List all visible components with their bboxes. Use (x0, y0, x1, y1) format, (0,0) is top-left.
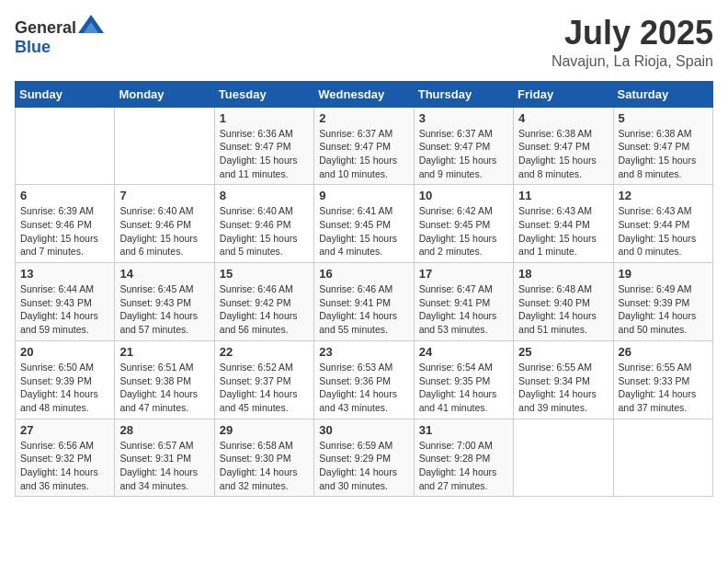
calendar-cell: 17Sunrise: 6:47 AM Sunset: 9:41 PM Dayli… (414, 263, 513, 341)
day-number: 23 (319, 345, 408, 359)
day-info: Sunrise: 6:46 AM Sunset: 9:42 PM Dayligh… (220, 282, 309, 337)
logo-icon (78, 15, 104, 33)
calendar-col-tuesday: Tuesday (214, 81, 313, 107)
day-number: 13 (20, 267, 109, 281)
day-info: Sunrise: 6:36 AM Sunset: 9:47 PM Dayligh… (220, 127, 309, 181)
day-info: Sunrise: 6:38 AM Sunset: 9:47 PM Dayligh… (518, 127, 608, 181)
day-info: Sunrise: 6:50 AM Sunset: 9:39 PM Dayligh… (20, 361, 109, 415)
calendar-cell: 10Sunrise: 6:42 AM Sunset: 9:45 PM Dayli… (414, 185, 513, 263)
day-info: Sunrise: 6:55 AM Sunset: 9:33 PM Dayligh… (619, 361, 708, 415)
day-info: Sunrise: 6:53 AM Sunset: 9:36 PM Dayligh… (319, 361, 408, 415)
calendar-header-row: SundayMondayTuesdayWednesdayThursdayFrid… (16, 81, 713, 107)
calendar-cell: 29Sunrise: 6:58 AM Sunset: 9:30 PM Dayli… (214, 419, 313, 497)
day-info: Sunrise: 6:58 AM Sunset: 9:30 PM Dayligh… (220, 439, 309, 493)
calendar-cell: 7Sunrise: 6:40 AM Sunset: 9:46 PM Daylig… (115, 185, 214, 263)
day-number: 14 (119, 267, 209, 281)
day-info: Sunrise: 6:43 AM Sunset: 9:44 PM Dayligh… (619, 204, 708, 259)
day-number: 9 (319, 189, 408, 202)
day-number: 6 (20, 189, 109, 202)
day-number: 29 (220, 423, 309, 437)
day-number: 28 (119, 423, 209, 437)
calendar-cell: 24Sunrise: 6:54 AM Sunset: 9:35 PM Dayli… (414, 340, 513, 419)
day-info: Sunrise: 6:40 AM Sunset: 9:46 PM Dayligh… (119, 204, 209, 259)
calendar-cell (514, 419, 613, 497)
calendar-cell: 13Sunrise: 6:44 AM Sunset: 9:43 PM Dayli… (16, 263, 115, 341)
day-info: Sunrise: 6:39 AM Sunset: 9:46 PM Dayligh… (20, 204, 109, 259)
calendar-cell: 9Sunrise: 6:41 AM Sunset: 9:45 PM Daylig… (314, 185, 414, 263)
day-info: Sunrise: 6:47 AM Sunset: 9:41 PM Dayligh… (419, 282, 508, 337)
day-info: Sunrise: 6:48 AM Sunset: 9:40 PM Dayligh… (518, 282, 608, 337)
day-info: Sunrise: 6:37 AM Sunset: 9:47 PM Dayligh… (319, 127, 408, 181)
day-number: 5 (619, 111, 708, 125)
title-block: July 2025 Navajun, La Rioja, Spain (552, 15, 713, 70)
calendar-cell (16, 107, 115, 185)
calendar-cell: 6Sunrise: 6:39 AM Sunset: 9:46 PM Daylig… (16, 185, 115, 263)
day-number: 12 (619, 189, 708, 202)
calendar-cell: 8Sunrise: 6:40 AM Sunset: 9:46 PM Daylig… (214, 185, 313, 263)
day-number: 27 (20, 423, 109, 437)
calendar-cell: 14Sunrise: 6:45 AM Sunset: 9:43 PM Dayli… (115, 263, 214, 341)
day-number: 8 (220, 189, 309, 202)
calendar-cell: 20Sunrise: 6:50 AM Sunset: 9:39 PM Dayli… (16, 340, 115, 419)
logo-text: General Blue (15, 15, 104, 57)
calendar-cell: 21Sunrise: 6:51 AM Sunset: 9:38 PM Dayli… (115, 340, 214, 419)
calendar-col-monday: Monday (115, 81, 214, 107)
calendar-col-thursday: Thursday (414, 81, 513, 107)
calendar-cell: 2Sunrise: 6:37 AM Sunset: 9:47 PM Daylig… (314, 107, 414, 185)
day-number: 11 (518, 189, 608, 202)
day-number: 2 (319, 111, 408, 125)
calendar-cell: 23Sunrise: 6:53 AM Sunset: 9:36 PM Dayli… (314, 340, 414, 419)
day-number: 18 (518, 267, 608, 281)
day-number: 19 (619, 267, 708, 281)
calendar-cell: 25Sunrise: 6:55 AM Sunset: 9:34 PM Dayli… (514, 340, 613, 419)
day-number: 7 (119, 189, 209, 202)
calendar-cell: 27Sunrise: 6:56 AM Sunset: 9:32 PM Dayli… (16, 419, 115, 497)
day-number: 26 (619, 345, 708, 359)
calendar-cell: 18Sunrise: 6:48 AM Sunset: 9:40 PM Dayli… (514, 263, 613, 341)
day-number: 3 (419, 111, 508, 125)
day-info: Sunrise: 6:41 AM Sunset: 9:45 PM Dayligh… (319, 204, 408, 259)
calendar-cell (115, 107, 214, 185)
day-info: Sunrise: 6:46 AM Sunset: 9:41 PM Dayligh… (319, 282, 408, 337)
day-info: Sunrise: 6:52 AM Sunset: 9:37 PM Dayligh… (220, 361, 309, 415)
calendar-cell: 31Sunrise: 7:00 AM Sunset: 9:28 PM Dayli… (414, 419, 513, 497)
calendar-col-friday: Friday (514, 81, 613, 107)
day-number: 25 (518, 345, 608, 359)
calendar-cell: 28Sunrise: 6:57 AM Sunset: 9:31 PM Dayli… (115, 419, 214, 497)
calendar-cell: 26Sunrise: 6:55 AM Sunset: 9:33 PM Dayli… (613, 340, 712, 419)
calendar-table: SundayMondayTuesdayWednesdayThursdayFrid… (15, 81, 713, 498)
day-number: 21 (119, 345, 209, 359)
day-info: Sunrise: 6:43 AM Sunset: 9:44 PM Dayligh… (518, 204, 608, 259)
calendar-cell: 30Sunrise: 6:59 AM Sunset: 9:29 PM Dayli… (314, 419, 414, 497)
day-info: Sunrise: 6:42 AM Sunset: 9:45 PM Dayligh… (419, 204, 508, 259)
day-number: 16 (319, 267, 408, 281)
day-info: Sunrise: 6:40 AM Sunset: 9:46 PM Dayligh… (220, 204, 309, 259)
day-info: Sunrise: 6:51 AM Sunset: 9:38 PM Dayligh… (119, 361, 209, 415)
day-info: Sunrise: 6:45 AM Sunset: 9:43 PM Dayligh… (119, 282, 209, 337)
calendar-cell (613, 419, 712, 497)
day-info: Sunrise: 6:57 AM Sunset: 9:31 PM Dayligh… (119, 439, 209, 493)
day-info: Sunrise: 6:59 AM Sunset: 9:29 PM Dayligh… (319, 439, 408, 493)
calendar-cell: 16Sunrise: 6:46 AM Sunset: 9:41 PM Dayli… (314, 263, 414, 341)
calendar-cell: 1Sunrise: 6:36 AM Sunset: 9:47 PM Daylig… (214, 107, 313, 185)
day-number: 1 (220, 111, 309, 125)
calendar-col-saturday: Saturday (613, 81, 712, 107)
calendar-week-5: 27Sunrise: 6:56 AM Sunset: 9:32 PM Dayli… (16, 419, 713, 497)
day-info: Sunrise: 6:55 AM Sunset: 9:34 PM Dayligh… (518, 361, 608, 415)
day-info: Sunrise: 6:49 AM Sunset: 9:39 PM Dayligh… (619, 282, 708, 337)
calendar-week-1: 1Sunrise: 6:36 AM Sunset: 9:47 PM Daylig… (16, 107, 713, 185)
calendar-col-sunday: Sunday (16, 81, 115, 107)
logo-blue: Blue (15, 38, 51, 56)
month-title: July 2025 (552, 15, 713, 52)
page-header: General Blue July 2025 Navajun, La Rioja… (15, 15, 713, 70)
calendar-cell: 5Sunrise: 6:38 AM Sunset: 9:47 PM Daylig… (613, 107, 712, 185)
calendar-cell: 4Sunrise: 6:38 AM Sunset: 9:47 PM Daylig… (514, 107, 613, 185)
logo: General Blue (15, 15, 104, 57)
calendar-cell: 12Sunrise: 6:43 AM Sunset: 9:44 PM Dayli… (613, 185, 712, 263)
day-info: Sunrise: 6:44 AM Sunset: 9:43 PM Dayligh… (20, 282, 109, 337)
day-number: 10 (419, 189, 508, 202)
day-number: 4 (518, 111, 608, 125)
day-number: 30 (319, 423, 408, 437)
calendar-week-3: 13Sunrise: 6:44 AM Sunset: 9:43 PM Dayli… (16, 263, 713, 341)
day-number: 22 (220, 345, 309, 359)
